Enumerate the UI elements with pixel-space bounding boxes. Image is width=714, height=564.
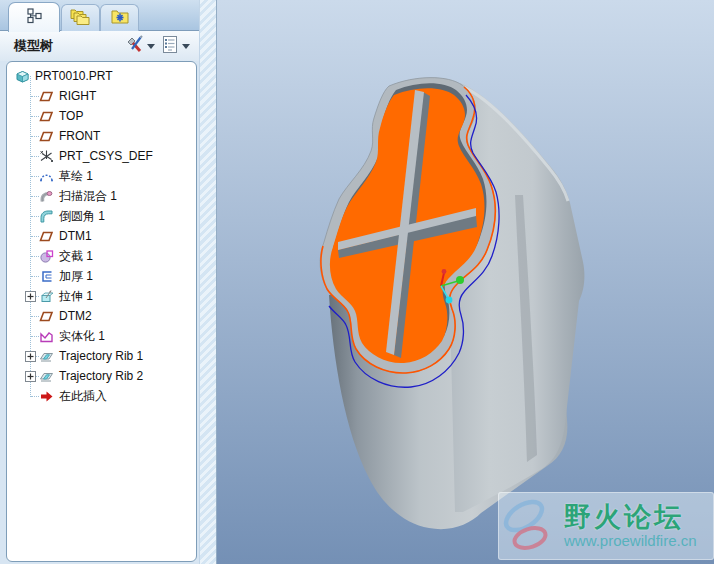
model-tree-tab-icon bbox=[26, 7, 43, 28]
tree-item-label: PRT_CSYS_DEF bbox=[59, 149, 153, 163]
tree-item-label: TOP bbox=[59, 109, 83, 123]
tree-item[interactable]: PRT_CSYS_DEF bbox=[7, 146, 196, 166]
tree-item[interactable]: FRONT bbox=[7, 126, 196, 146]
watermark: 野火论坛 www.proewildfire.cn bbox=[498, 492, 714, 560]
tree-item-label: 草绘 1 bbox=[59, 168, 93, 185]
tab-folder-browser[interactable] bbox=[61, 4, 100, 31]
chevron-down-icon[interactable] bbox=[182, 44, 190, 49]
panel-title: 模型树 bbox=[14, 31, 53, 61]
insert-here-icon bbox=[39, 389, 54, 404]
tree-guide-stub bbox=[31, 276, 39, 277]
datum-plane-icon bbox=[39, 129, 54, 144]
tree-item[interactable]: 加厚 1 bbox=[7, 266, 196, 286]
expander-plus-icon[interactable] bbox=[25, 291, 36, 302]
tree-item[interactable]: Trajectory Rib 1 bbox=[7, 346, 196, 366]
solidify-icon bbox=[39, 329, 54, 344]
expander-plus-icon[interactable] bbox=[25, 371, 36, 382]
navigator-panel: 模型树 PRT0010.PRTRIGHTTOPFRONTPRT_CSYS_DEF… bbox=[0, 0, 199, 564]
tree-item[interactable]: 交截 1 bbox=[7, 246, 196, 266]
intersect-icon bbox=[39, 249, 54, 264]
tree-item[interactable]: 草绘 1 bbox=[7, 166, 196, 186]
trajectory-rib-icon bbox=[39, 369, 54, 384]
tree-guide-stub bbox=[31, 396, 39, 397]
expander-plus-icon[interactable] bbox=[25, 351, 36, 362]
tree-item[interactable]: Trajectory Rib 2 bbox=[7, 366, 196, 386]
model-tree-items: PRT0010.PRTRIGHTTOPFRONTPRT_CSYS_DEF草绘 1… bbox=[7, 62, 196, 406]
tab-favorites[interactable] bbox=[100, 4, 139, 31]
tree-tools-button[interactable] bbox=[125, 34, 155, 58]
extrude-icon bbox=[39, 289, 54, 304]
tree-item[interactable]: PRT0010.PRT bbox=[7, 66, 196, 86]
round-icon bbox=[39, 209, 54, 224]
tree-guide-stub bbox=[31, 216, 39, 217]
tree-item[interactable]: TOP bbox=[7, 106, 196, 126]
tab-model-tree[interactable] bbox=[8, 2, 60, 32]
tree-guide-stub bbox=[31, 236, 39, 237]
trajectory-rib-icon bbox=[39, 349, 54, 364]
tree-guide-stub bbox=[31, 336, 39, 337]
tree-guide-stub bbox=[31, 96, 39, 97]
tree-settings-button[interactable] bbox=[161, 34, 190, 58]
tree-item-label: 实体化 1 bbox=[59, 328, 105, 345]
datum-plane-icon bbox=[39, 89, 54, 104]
tree-guide-stub bbox=[31, 156, 39, 157]
tree-guide-stub bbox=[31, 176, 39, 177]
tools-icon bbox=[125, 35, 144, 58]
tree-item-label: Trajectory Rib 1 bbox=[59, 349, 143, 363]
tree-item-label: RIGHT bbox=[59, 89, 96, 103]
folder-browser-tab-icon bbox=[70, 7, 92, 30]
tree-item[interactable]: DTM2 bbox=[7, 306, 196, 326]
datum-plane-icon bbox=[39, 109, 54, 124]
swept-blend-icon bbox=[39, 189, 54, 204]
tree-item-label: 倒圆角 1 bbox=[59, 208, 105, 225]
tree-guide-stub bbox=[31, 136, 39, 137]
tree-item[interactable]: 在此插入 bbox=[7, 386, 196, 406]
tree-item[interactable]: 扫描混合 1 bbox=[7, 186, 196, 206]
favorites-folder-tab-icon bbox=[110, 8, 130, 29]
chevron-down-icon[interactable] bbox=[147, 44, 155, 49]
tree-item[interactable]: 实体化 1 bbox=[7, 326, 196, 346]
tree-item-label: 拉伸 1 bbox=[59, 288, 93, 305]
tree-guide-stub bbox=[31, 196, 39, 197]
datum-plane-icon bbox=[39, 309, 54, 324]
tree-item[interactable]: DTM1 bbox=[7, 226, 196, 246]
tree-item-label: DTM2 bbox=[59, 309, 92, 323]
tree-item-label: 交截 1 bbox=[59, 248, 93, 265]
watermark-title: 野火论坛 bbox=[564, 502, 697, 532]
thicken-icon bbox=[39, 269, 54, 284]
tree-item-label: 加厚 1 bbox=[59, 268, 93, 285]
tree-item[interactable]: 倒圆角 1 bbox=[7, 206, 196, 226]
tree-guide-stub bbox=[31, 256, 39, 257]
csys-icon bbox=[39, 149, 54, 164]
tree-guide-stub bbox=[31, 316, 39, 317]
graphics-area[interactable]: 野火论坛 www.proewildfire.cn bbox=[217, 0, 714, 564]
3d-model-viewport[interactable] bbox=[217, 0, 714, 564]
panel-header: 模型树 bbox=[0, 31, 199, 61]
tree-item-label: DTM1 bbox=[59, 229, 92, 243]
datum-plane-icon bbox=[39, 229, 54, 244]
tree-item-label: FRONT bbox=[59, 129, 100, 143]
navigator-tab-bar bbox=[0, 0, 199, 31]
tree-item-label: Trajectory Rib 2 bbox=[59, 369, 143, 383]
tree-item-label: PRT0010.PRT bbox=[35, 69, 113, 83]
butterfly-logo-icon bbox=[500, 494, 562, 558]
tree-item-label: 扫描混合 1 bbox=[59, 188, 117, 205]
list-settings-icon bbox=[161, 35, 179, 58]
watermark-url: www.proewildfire.cn bbox=[564, 532, 697, 550]
tree-guide-stub bbox=[31, 116, 39, 117]
tree-item[interactable]: RIGHT bbox=[7, 86, 196, 106]
tree-item-label: 在此插入 bbox=[59, 388, 107, 405]
sketch-icon bbox=[39, 169, 54, 184]
panel-splitter[interactable] bbox=[199, 0, 217, 564]
model-tree: PRT0010.PRTRIGHTTOPFRONTPRT_CSYS_DEF草绘 1… bbox=[6, 61, 197, 562]
tree-item[interactable]: 拉伸 1 bbox=[7, 286, 196, 306]
part-icon bbox=[15, 69, 30, 84]
